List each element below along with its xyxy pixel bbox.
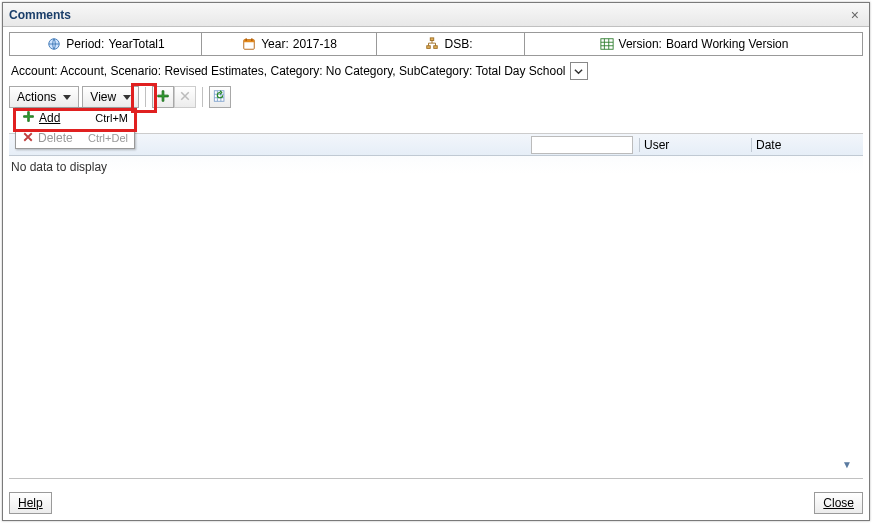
plus-icon	[22, 110, 35, 126]
x-icon	[179, 90, 191, 105]
svg-rect-6	[427, 46, 431, 49]
actions-menu-popup: Add Ctrl+M Delete Ctrl+Del	[15, 107, 135, 149]
comments-dialog: Comments × Period: YearTotal1 Year: 2017…	[2, 2, 870, 521]
pov-version-label: Version:	[619, 37, 662, 51]
context-row: Account: Account, Scenario: Revised Esti…	[3, 60, 869, 84]
pov-year-label: Year:	[261, 37, 289, 51]
toolbar: Actions View	[9, 84, 863, 110]
help-label: Help	[18, 496, 43, 510]
svg-rect-8	[600, 39, 612, 50]
filter-input[interactable]	[531, 136, 633, 154]
svg-rect-3	[246, 38, 247, 41]
close-icon[interactable]: ×	[847, 7, 863, 23]
titlebar: Comments ×	[3, 3, 869, 27]
pov-strip: Period: YearTotal1 Year: 2017-18 DSB: Ve…	[9, 32, 863, 56]
pov-period[interactable]: Period: YearTotal1	[10, 33, 202, 55]
menu-item-add[interactable]: Add Ctrl+M	[16, 108, 134, 128]
svg-rect-5	[431, 38, 435, 41]
empty-message: No data to display	[9, 156, 863, 178]
column-header-user[interactable]: User	[639, 138, 751, 152]
pov-year[interactable]: Year: 2017-18	[202, 33, 377, 55]
refresh-button[interactable]	[209, 86, 231, 108]
toolbar-separator	[145, 87, 146, 107]
actions-menu-button[interactable]: Actions	[9, 86, 79, 108]
pov-version-value: Board Working Version	[666, 37, 789, 51]
pov-period-value: YearTotal1	[108, 37, 164, 51]
close-button[interactable]: Close	[814, 492, 863, 514]
table-header: User Date	[9, 134, 863, 156]
pov-dsb-label: DSB:	[444, 37, 472, 51]
scroll-down-icon[interactable]: ▼	[837, 458, 857, 470]
pov-version[interactable]: Version: Board Working Version	[525, 33, 862, 55]
plus-icon	[156, 89, 170, 106]
footer: Help Close	[9, 478, 863, 514]
sheet-refresh-icon	[213, 89, 227, 106]
delete-button-disabled	[174, 86, 196, 108]
menu-item-delete-label: Delete	[38, 131, 84, 145]
actions-label: Actions	[17, 90, 56, 104]
svg-rect-4	[251, 38, 252, 41]
help-button[interactable]: Help	[9, 492, 52, 514]
globe-icon	[46, 36, 62, 52]
svg-rect-7	[434, 46, 438, 49]
view-label: View	[90, 90, 116, 104]
menu-item-delete: Delete Ctrl+Del	[16, 128, 134, 148]
pov-year-value: 2017-18	[293, 37, 337, 51]
grid-icon	[599, 36, 615, 52]
close-label: Close	[823, 496, 854, 510]
calendar-icon	[241, 36, 257, 52]
hierarchy-icon	[424, 36, 440, 52]
pov-period-label: Period:	[66, 37, 104, 51]
comments-table: User Date No data to display	[9, 133, 863, 470]
column-header-date[interactable]: Date	[751, 138, 863, 152]
menu-item-add-shortcut: Ctrl+M	[95, 112, 128, 124]
x-red-icon	[22, 131, 34, 146]
context-dropdown[interactable]	[570, 62, 588, 80]
menu-item-delete-shortcut: Ctrl+Del	[88, 132, 128, 144]
menu-item-add-label: Add	[39, 111, 91, 125]
toolbar-separator-2	[202, 87, 203, 107]
titlebar-title: Comments	[9, 8, 71, 22]
pov-dsb[interactable]: DSB:	[377, 33, 525, 55]
svg-rect-2	[244, 40, 255, 43]
add-button[interactable]	[152, 86, 174, 108]
context-text: Account: Account, Scenario: Revised Esti…	[11, 64, 566, 78]
view-menu-button[interactable]: View	[82, 86, 139, 108]
